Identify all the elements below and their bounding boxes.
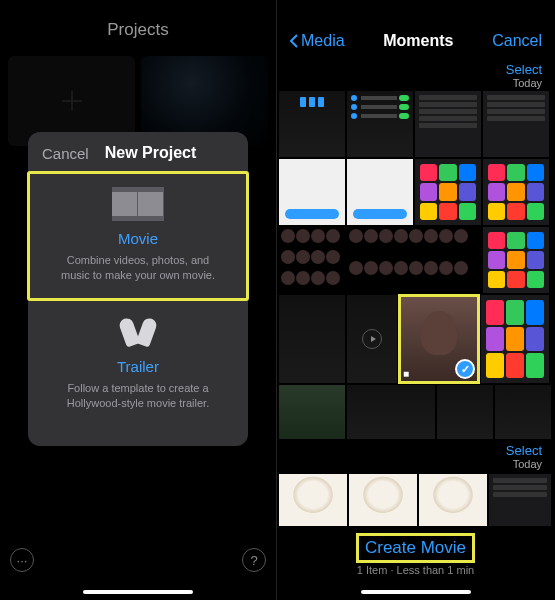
projects-header: Projects [0, 0, 276, 56]
media-grid [277, 472, 554, 528]
thumbnail[interactable] [347, 91, 413, 157]
thumbnail[interactable] [483, 91, 549, 157]
thumbnail[interactable] [347, 295, 397, 383]
nav-bar: Media Moments Cancel [277, 0, 554, 58]
trailer-option[interactable]: Trailer Follow a template to create a Ho… [28, 300, 248, 428]
trailer-title: Trailer [46, 358, 230, 375]
more-button[interactable]: ··· [10, 548, 34, 572]
create-subtitle: 1 Item · Less than 1 min [277, 564, 554, 576]
create-bar: Create Movie 1 Item · Less than 1 min [277, 528, 554, 600]
home-indicator[interactable] [361, 590, 471, 594]
section-day: Today [289, 458, 542, 470]
thumbnail-selected[interactable]: ■ [399, 295, 479, 383]
new-project-sheet: Cancel New Project Movie Combine videos,… [28, 132, 248, 446]
back-button[interactable]: Media [289, 32, 345, 50]
thumbnail[interactable] [483, 227, 549, 293]
spotlight-icon [110, 314, 166, 350]
thumbnail[interactable] [415, 91, 481, 157]
section-day: Today [289, 77, 542, 89]
section-header: Select Today [277, 58, 554, 91]
thumbnail[interactable] [419, 474, 487, 526]
nav-title: Moments [383, 32, 453, 50]
section-header: Select Today [277, 439, 554, 472]
movie-desc: Combine videos, photos, and music to mak… [46, 253, 230, 284]
select-button[interactable]: Select [289, 62, 542, 77]
thumbnail[interactable] [279, 91, 345, 157]
select-button[interactable]: Select [289, 443, 542, 458]
thumbnail[interactable] [415, 159, 481, 225]
media-grid: ■ [277, 91, 554, 439]
thumbnail[interactable] [481, 295, 549, 383]
thumbnail[interactable] [279, 474, 347, 526]
home-indicator[interactable] [83, 590, 193, 594]
thumbnail[interactable] [347, 227, 481, 293]
chevron-left-icon [289, 33, 299, 49]
cancel-button[interactable]: Cancel [42, 145, 89, 162]
thumbnail[interactable] [489, 474, 551, 526]
media-picker-screen: Media Moments Cancel Select Today ■ [277, 0, 554, 600]
create-movie-button[interactable]: Create Movie [359, 536, 472, 560]
bottom-toolbar: ··· ? [0, 548, 276, 572]
sheet-header: Cancel New Project [28, 144, 248, 172]
sheet-title: New Project [105, 144, 197, 162]
film-icon [110, 186, 166, 222]
movie-option[interactable]: Movie Combine videos, photos, and music … [28, 172, 248, 300]
video-icon: ■ [403, 368, 409, 379]
thumbnail[interactable] [437, 385, 493, 439]
movie-title: Movie [46, 230, 230, 247]
thumbnail[interactable] [279, 385, 345, 439]
imovie-projects-screen: Projects Cancel New Project Movie Combin… [0, 0, 277, 600]
check-icon [455, 359, 475, 379]
thumbnail[interactable] [347, 159, 413, 225]
thumbnail[interactable] [495, 385, 551, 439]
trailer-desc: Follow a template to create a Hollywood-… [46, 381, 230, 412]
back-label: Media [301, 32, 345, 50]
thumbnail[interactable] [349, 474, 417, 526]
thumbnail[interactable] [483, 159, 549, 225]
thumbnail[interactable] [279, 295, 345, 383]
help-button[interactable]: ? [242, 548, 266, 572]
thumbnail[interactable] [347, 385, 435, 439]
thumbnail[interactable] [279, 227, 345, 293]
cancel-button[interactable]: Cancel [492, 32, 542, 50]
thumbnail[interactable] [279, 159, 345, 225]
